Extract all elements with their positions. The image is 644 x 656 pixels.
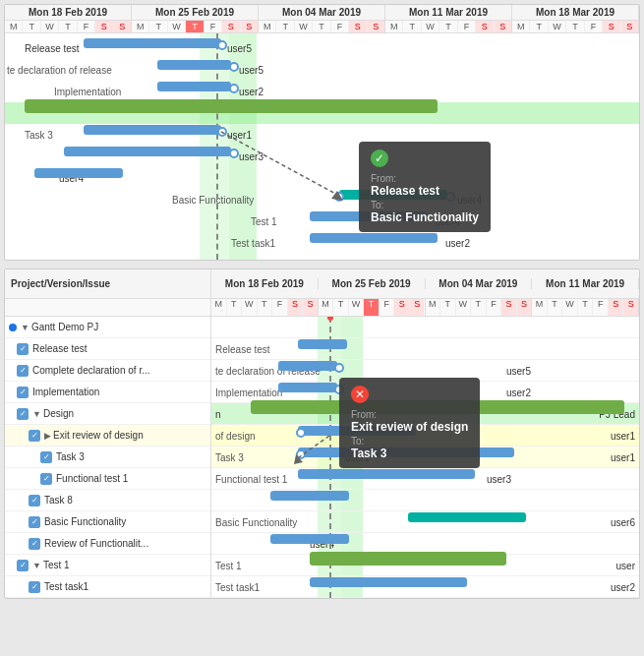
brow2-bar [278,361,337,371]
checkbox-func-test[interactable] [40,473,52,485]
bd-today: T [364,299,380,316]
day: W [422,21,439,32]
day: M [385,21,403,32]
checkbox-task8[interactable] [29,495,40,507]
sidebar-item-design[interactable]: ▼ Design [5,403,210,425]
day-sun: S [495,21,511,32]
brow12-bar [310,577,467,587]
day: W [168,21,186,32]
brow1-label: Release test [215,344,270,355]
sidebar-item-impl[interactable]: Implementation [5,382,210,403]
day: F [331,21,349,32]
sidebar-item-review[interactable]: Review of Functionalit... [5,533,210,555]
brow-11: Test 1 user [211,555,639,576]
checkbox-task3[interactable] [40,451,52,463]
week4-days: M T W T F S S [385,21,512,32]
design-label: Design [43,408,74,419]
sidebar-item-task3[interactable]: Task 3 [5,447,210,468]
week5-days: M T W T F S S [512,21,639,32]
sidebar-item-task8[interactable]: Task 8 [5,490,210,511]
brow2-user: user5 [506,366,531,377]
row6-bar [64,147,231,156]
sidebar-item-func-test[interactable]: Functional test 1 [5,468,210,490]
gantt-row-1: Release test user5 [5,37,639,59]
day: F [585,21,603,32]
row1-bar [84,38,221,48]
top-gantt-panel: Mon 18 Feb 2019 Mon 25 Feb 2019 Mon 04 M… [4,4,640,261]
tooltip-x-icon: ✕ [351,386,369,403]
day: F [205,21,222,32]
row8-label: Basic Functionality [172,195,254,206]
gantt-row-5: Task 3 user1 [5,124,639,146]
brow6-ms [296,449,306,459]
design-expand-icon[interactable]: ▼ [32,409,41,419]
brow-8 [211,490,639,511]
checkbox-basic[interactable] [29,516,40,528]
checkbox-test1[interactable] [17,560,29,571]
checkbox-design[interactable] [17,408,29,420]
sidebar-item-project[interactable]: ▼ Gantt Demo PJ [5,317,210,338]
row10-user: user2 [445,238,470,249]
bd: F [593,299,609,316]
brow8-bar [270,491,349,501]
bd-sat: S [394,299,410,316]
sidebar-item-basic[interactable]: Basic Functionality [5,511,210,533]
exit-expand-icon[interactable]: ▶ [44,431,51,441]
bd: M [532,299,548,316]
sidebar-header: Project/Version/Issue [5,269,210,299]
day: T [566,21,584,32]
row3-user: user2 [239,87,263,97]
checkbox-complete[interactable] [17,365,29,377]
bd: F [380,299,395,316]
sidebar-item-release[interactable]: Release test [5,338,210,360]
bd: T [333,299,349,316]
bweek-4: Mon 11 Mar 2019 [532,278,639,289]
gantt-row-10: Test task1 user2 [5,232,639,254]
bd-sun: S [410,299,425,316]
checkbox-release[interactable] [17,343,29,355]
day: M [132,21,149,32]
bday-group-4: M T W T F S S [532,299,639,316]
bd: T [578,299,594,316]
brow-1: Release test [211,338,639,360]
brow5-ms-left [296,428,306,438]
row10-label: Test task1 [231,238,275,249]
bottom-week-header: Mon 18 Feb 2019 Mon 25 Feb 2019 Mon 04 M… [211,269,639,299]
brow12-label: Test task1 [215,582,260,593]
checkbox-exit[interactable] [29,430,40,442]
bd: W [349,299,365,316]
testtask1-label: Test task1 [44,581,88,592]
bd: M [211,299,227,316]
row3-label: Implementation [54,87,121,97]
sidebar-item-testtask1[interactable]: Test task1 [5,576,210,598]
gantt-row-2: te declaration of release user5 [5,59,639,81]
day-sat: S [95,21,113,32]
checkbox-review[interactable] [29,538,40,550]
sidebar-item-complete[interactable]: Complete declaration of r... [5,360,210,382]
checkbox-testtask1[interactable] [29,581,40,593]
day: T [149,21,167,32]
row1-milestone [217,40,227,50]
sidebar-item-test1[interactable]: ▼ Test 1 [5,555,210,576]
brow2-ms [334,363,344,373]
row3-ms [229,84,239,93]
checkbox-impl[interactable] [17,387,29,398]
tooltip-from-value: Release test [371,184,479,198]
project-dot-icon [9,324,17,331]
day-sat: S [349,21,367,32]
bweek-3: Mon 04 Mar 2019 [426,278,533,289]
exit-label: Exit review of design [53,430,144,441]
week-3: Mon 04 Mar 2019 [259,5,385,20]
brow-7: Functional test 1 user3 [211,468,639,490]
bday-group-2: M T W T F S S [319,299,426,316]
test1-expand-icon[interactable]: ▼ [32,561,41,570]
day-sat: S [476,21,494,32]
day-sat: S [222,21,240,32]
row1-user: user5 [227,43,252,54]
bd-sat: S [609,299,624,316]
day: W [549,21,566,32]
sidebar-item-exit[interactable]: ▶ Exit review of design [5,425,210,447]
expand-icon[interactable]: ▼ [21,323,29,332]
week-1: Mon 18 Feb 2019 [5,5,132,20]
bd: F [272,299,288,316]
